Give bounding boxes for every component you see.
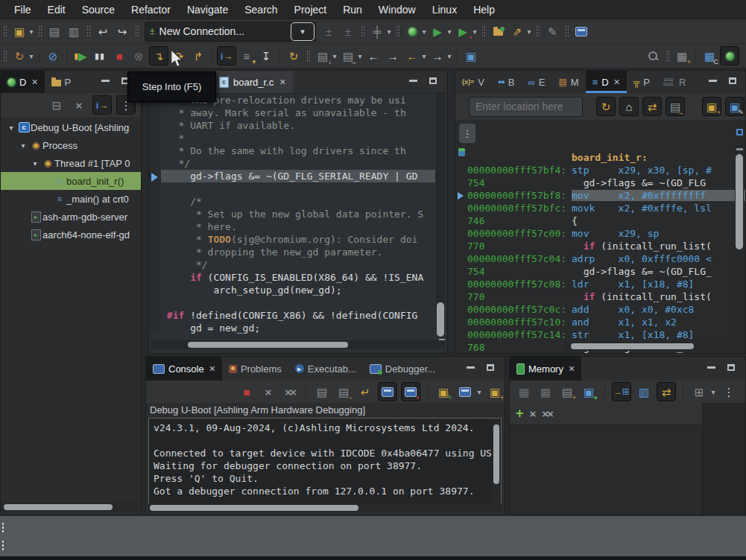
annotation-brush-button[interactable]: ✎: [543, 22, 561, 40]
disassembly-label-row[interactable]: board_init_r:: [455, 151, 745, 164]
chevron-down-icon[interactable]: ▾: [28, 28, 35, 36]
toolbar-grip[interactable]: [481, 25, 485, 37]
scroll-lock-button[interactable]: ▤−: [335, 383, 353, 401]
run-button[interactable]: ▶: [429, 22, 446, 40]
profile-button[interactable]: ▶▪: [454, 22, 472, 40]
menu-search[interactable]: Search: [236, 0, 285, 19]
menu-navigate[interactable]: Navigate: [179, 0, 236, 19]
minimize-icon[interactable]: [736, 148, 743, 150]
link-memory-rendering-button[interactable]: ⇄: [657, 382, 676, 401]
console-hscrollbar[interactable]: [148, 503, 502, 512]
import-memory-button[interactable]: ▦: [537, 383, 554, 401]
chevron-down-icon[interactable]: ▾: [446, 28, 453, 36]
editor-gutter[interactable]: [149, 93, 161, 334]
disassembly-row[interactable]: 00000000fff57c0c:add x0, x0, #0xc8: [455, 303, 745, 316]
disassembly-row[interactable]: 00000000fff57c14:str x1, [x18, #8]: [455, 328, 745, 341]
debug-tab-d[interactable]: D×: [1, 71, 45, 93]
save-all-button[interactable]: ▥: [65, 22, 83, 40]
open-console-settings-button[interactable]: ▣✎: [434, 383, 452, 401]
disassembly-row[interactable]: 754 gd->flags &= ~(GD_FLG: [455, 176, 745, 189]
disassembly-row[interactable]: 00000000fff57c04:adrp x0, 0xfffc0000 <: [455, 252, 745, 265]
instruction-stepping-view-toggle[interactable]: i→: [92, 95, 112, 115]
save-button[interactable]: ▤: [45, 22, 63, 40]
trim-grip[interactable]: [1, 522, 5, 533]
toolbar-grip[interactable]: [666, 50, 669, 62]
open-perspective-button[interactable]: ▦+: [673, 47, 691, 65]
disassembly-row[interactable]: 00000000fff57bfc:movk x2, #0xfffe, lsl: [455, 202, 745, 214]
console-vscrollbar[interactable]: [493, 420, 500, 505]
toolbar-grip[interactable]: [3, 25, 7, 37]
toolbar-grip[interactable]: [536, 25, 540, 37]
terminate-button[interactable]: ■: [110, 47, 128, 65]
open-console-button[interactable]: ▣+: [486, 383, 504, 401]
menu-window[interactable]: Window: [370, 0, 424, 19]
chevron-down-icon[interactable]: ▾: [525, 28, 533, 36]
remove-all-memory-monitors-button[interactable]: ××: [542, 407, 552, 420]
word-wrap-button[interactable]: ↵: [356, 383, 374, 401]
chevron-down-icon[interactable]: ▾: [709, 388, 717, 396]
console-output[interactable]: v24.3.1, 09-Aug-2024, (c)Ashling Microsy…: [148, 418, 502, 507]
back-button[interactable]: ←: [403, 47, 421, 65]
external-tools-button[interactable]: ⇗: [508, 22, 526, 40]
pin-memory-button[interactable]: ▣●: [580, 383, 598, 401]
scroll-thumb[interactable]: [150, 505, 358, 511]
resume-button[interactable]: ▮▶: [72, 47, 89, 65]
menu-refactor[interactable]: Refactor: [123, 0, 179, 19]
maximize-icon[interactable]: [429, 77, 437, 84]
menu-run[interactable]: Run: [335, 0, 370, 19]
minimize-icon[interactable]: [707, 366, 715, 369]
add-rendering-button[interactable]: →⊞: [612, 382, 631, 401]
remove-all-terminated-button[interactable]: ××: [281, 383, 299, 401]
display-selected-console-button[interactable]: [456, 383, 474, 401]
last-edit-location-button[interactable]: ←: [364, 47, 382, 65]
toolbar-grip[interactable]: [396, 25, 399, 37]
scroll-thumb[interactable]: [571, 343, 694, 349]
chevron-down-icon[interactable]: ▾: [420, 52, 428, 60]
tree-item-board-init-r[interactable]: ≡board_init_r(): [1, 172, 141, 190]
view-menu-button[interactable]: ⋮: [459, 124, 475, 143]
right-tab-p[interactable]: ╦P: [627, 71, 657, 93]
chevron-down-icon[interactable]: ▾: [331, 52, 338, 60]
memory-tab-memory[interactable]: Memory×: [510, 357, 581, 381]
close-icon[interactable]: ×: [569, 363, 575, 375]
disassembly-row[interactable]: 770 if (initcall_run_list(: [455, 240, 745, 252]
next-edit-location-button[interactable]: →: [384, 47, 402, 65]
chevron-down-icon[interactable]: ▾: [28, 52, 35, 60]
scroll-thumb[interactable]: [4, 504, 113, 510]
scroll-thumb[interactable]: [188, 342, 348, 348]
disassembly-row[interactable]: 00000000fff57bf4:stp x29, x30, [sp, #: [455, 164, 745, 176]
terminal-button[interactable]: [572, 22, 590, 40]
toolbar-grip[interactable]: [135, 25, 139, 37]
duplicate-connection-button[interactable]: ±: [339, 22, 357, 40]
pin-editor-button[interactable]: ▣: [462, 47, 480, 65]
toggle-split-pane-button[interactable]: ⊞: [690, 383, 708, 401]
remove-memory-monitor-button[interactable]: ×: [530, 407, 537, 420]
debug-hscrollbar[interactable]: [2, 503, 139, 512]
minimize-icon[interactable]: [409, 80, 417, 82]
c-perspective-button[interactable]: ▦C: [701, 47, 718, 65]
restore-icon[interactable]: [736, 129, 743, 136]
view-menu-button[interactable]: ⋮: [720, 383, 738, 401]
disassembly-row[interactable]: 746{: [455, 214, 745, 227]
right-tab-r[interactable]: 10100101R: [657, 71, 692, 93]
editor-hscrollbar[interactable]: [151, 340, 446, 349]
redo-button[interactable]: ↪: [113, 22, 131, 40]
close-icon[interactable]: ×: [209, 363, 215, 375]
new-view-button[interactable]: ▣+: [702, 97, 721, 116]
disassembly-row[interactable]: 770 if (initcall_run_list(: [455, 290, 745, 303]
menu-file[interactable]: File: [6, 0, 39, 19]
menu-source[interactable]: Source: [74, 0, 123, 19]
collapse-all-button[interactable]: ⊟: [48, 96, 66, 114]
console-tab-problems[interactable]: Problems: [222, 357, 288, 381]
right-tab-e[interactable]: ∞E: [521, 71, 551, 93]
show-source-toggle[interactable]: ▤→: [666, 97, 685, 116]
right-tab-d[interactable]: ≡D×: [586, 71, 627, 93]
launch-bar-combo[interactable]: ± New Connection... ▾: [145, 22, 316, 42]
minimize-icon[interactable]: [467, 366, 475, 369]
scroll-thumb[interactable]: [736, 154, 743, 249]
chevron-down-icon[interactable]: ▾: [446, 52, 453, 60]
editor-tab-board-r-c[interactable]: c board_r.c ×: [212, 71, 293, 93]
chevron-down-icon[interactable]: ▾: [385, 28, 393, 36]
home-button[interactable]: ⌂: [619, 97, 639, 116]
expander-icon[interactable]: ▾: [29, 159, 41, 168]
